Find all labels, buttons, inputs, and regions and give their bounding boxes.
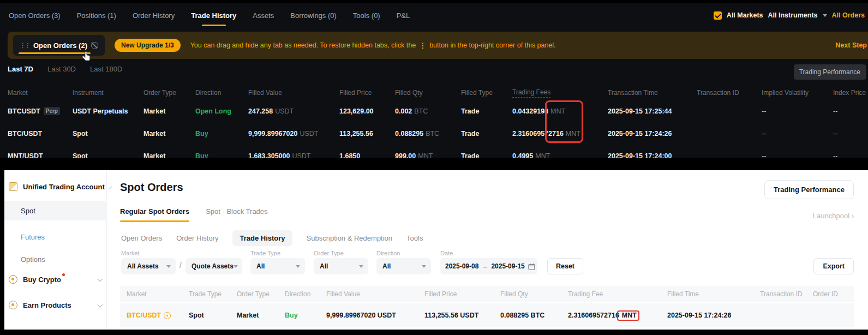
reset-button[interactable]: Reset xyxy=(547,258,583,274)
subtab-tools[interactable]: Tools xyxy=(406,234,423,242)
column-header-index-price: Index Price xyxy=(833,89,868,97)
sidebar-item-unified-trading-account[interactable]: Unified Trading Account xyxy=(9,180,102,193)
market-symbol: BTC/USDT xyxy=(8,130,42,137)
column-header-transaction-id: Transaction ID xyxy=(760,290,813,298)
column-header-filled-qty: Filled Qty xyxy=(395,89,461,97)
banner-message-before: You can drag and hide any tab as needed.… xyxy=(190,41,416,49)
upgrade-tour-banner: ⋮⋮ Open Orders (2) New Upgrade 1/3 You c… xyxy=(8,32,868,59)
spot-table-header: MarketTrade TypeOrder TypeDirectionFille… xyxy=(120,286,854,302)
date-arrow-icon: → xyxy=(482,263,488,270)
column-header-market: Market xyxy=(8,89,73,97)
trade-history-panel: Open Orders (3)Positions (1)Order Histor… xyxy=(0,3,868,158)
tab-borrowings-0[interactable]: Borrowings (0) xyxy=(290,3,337,27)
export-button[interactable]: Export xyxy=(813,258,854,274)
filled-price-cell: 123,629.00 xyxy=(339,107,395,115)
time-filter-last-180d[interactable]: Last 180D xyxy=(90,65,122,73)
table-row: BTC/USDTSpotMarketBuy9,999.89967020USDT1… xyxy=(0,122,868,145)
quote-asset-select[interactable]: Quote Assets xyxy=(185,258,242,274)
column-header-trading-fees: Trading Fees xyxy=(512,88,608,98)
open-orders-chip[interactable]: ⋮⋮ Open Orders (2) xyxy=(13,35,105,56)
order-type-value: All xyxy=(320,262,328,270)
base-asset-value: All Assets xyxy=(127,262,159,270)
chevron-down-icon xyxy=(422,265,426,268)
notification-dot xyxy=(62,273,65,276)
all-markets-label: All Markets xyxy=(727,11,763,19)
sidebar-item-options[interactable]: Options xyxy=(4,249,107,269)
direction-cell: Buy xyxy=(285,312,326,319)
tab-trade-history[interactable]: Trade History xyxy=(191,3,236,27)
trading-performance-button-top[interactable]: Trading Performance xyxy=(794,64,866,80)
order-type-cell: Market xyxy=(237,312,285,319)
chevron-down-icon xyxy=(234,265,238,268)
column-header-direction: Direction xyxy=(195,89,248,97)
trade-table-header: MarketInstrumentOrder TypeDirectionFille… xyxy=(0,86,868,99)
sidebar: Unified Trading Account SpotFuturesOptio… xyxy=(4,170,107,330)
market-cell: BTC/USDT xyxy=(8,130,73,137)
tab-spot-block-trades[interactable]: Spot - Block Trades xyxy=(206,207,267,222)
column-header-transaction-id: Transaction ID xyxy=(697,89,762,97)
trading-fees-cell: 2.316069572716MNT xyxy=(512,130,608,137)
subtab-order-history[interactable]: Order History xyxy=(176,234,218,242)
sidebar-item-futures[interactable]: Futures xyxy=(4,227,107,247)
base-asset-select[interactable]: All Assets xyxy=(121,258,176,274)
implied-volatility-cell: -- xyxy=(762,152,833,158)
tab-positions-1[interactable]: Positions (1) xyxy=(77,3,116,27)
sidebar-item-label: Earn Products xyxy=(23,301,71,309)
tab-regular-spot-orders[interactable]: Regular Spot Orders xyxy=(120,207,189,222)
instrument-cell: Spot xyxy=(73,130,143,137)
trade-type-value: All xyxy=(256,262,265,270)
column-header-filled-type: Filled Type xyxy=(461,89,512,97)
transaction-time-cell: 2025-09-15 17:25:44 xyxy=(608,107,697,115)
token-info-icon xyxy=(164,312,171,319)
sidebar-item-buy-crypto[interactable]: Buy Crypto xyxy=(9,273,102,286)
tab-order-history[interactable]: Order History xyxy=(133,3,175,27)
screenshot-stage: Open Orders (3)Positions (1)Order Histor… xyxy=(0,0,868,335)
column-header-filled-price: Filled Price xyxy=(424,290,500,298)
next-step-button[interactable]: Next Step xyxy=(835,41,867,49)
top-right-filters: All Markets All Instruments All Orders xyxy=(714,3,865,27)
filled-value-cell: 247.258USDT xyxy=(248,107,339,115)
tab-assets[interactable]: Assets xyxy=(253,3,274,27)
index-price-cell: -- xyxy=(833,130,868,137)
trade-table-body: BTCUSDTPerpUSDT PerpetualsMarketOpen Lon… xyxy=(0,100,868,158)
filter-slash-divider: / xyxy=(179,261,182,270)
time-filter-last-7d[interactable]: Last 7D xyxy=(8,65,33,73)
sidebar-root-label: Unified Trading Account xyxy=(23,183,105,191)
all-instruments-dropdown[interactable]: All Instruments xyxy=(768,11,818,19)
transaction-time-cell: 2025-09-15 17:24:26 xyxy=(608,130,697,137)
order-type-cell: Market xyxy=(143,107,195,115)
tab-tools-0[interactable]: Tools (0) xyxy=(353,3,380,27)
drag-handle-icon[interactable]: ⋮⋮ xyxy=(20,42,29,49)
earn-products-icon xyxy=(9,301,17,309)
transaction-time-cell: 2025-09-15 17:24:00 xyxy=(608,152,697,158)
filled-price-cell: 1.6850 xyxy=(339,152,395,158)
sidebar-item-spot[interactable]: Spot xyxy=(4,201,107,220)
subtab-trade-history[interactable]: Trade History xyxy=(232,230,292,246)
chevron-down-icon xyxy=(166,265,171,268)
filled-time-cell: 2025-09-15 17:24:26 xyxy=(667,312,760,319)
trading-performance-button-bottom[interactable]: Trading Performance xyxy=(764,180,854,199)
column-header-filled-price: Filled Price xyxy=(339,89,395,97)
tab-p-l[interactable]: P&L xyxy=(397,3,410,27)
sidebar-item-label: Buy Crypto xyxy=(23,276,61,284)
direction-select[interactable]: All xyxy=(376,258,431,274)
all-markets-checkbox[interactable] xyxy=(714,11,722,20)
hide-tab-icon[interactable] xyxy=(91,42,98,49)
chevron-down-icon xyxy=(296,265,300,268)
tab-open-orders-3[interactable]: Open Orders (3) xyxy=(9,3,61,27)
column-header-trade-type: Trade Type xyxy=(189,290,237,298)
subtab-open-orders[interactable]: Open Orders xyxy=(121,234,162,242)
all-orders-link[interactable]: All Orders xyxy=(832,11,865,19)
subtab-subscription-redemption[interactable]: Subscription & Redemption xyxy=(307,234,393,242)
direction-cell: Open Long xyxy=(195,107,248,115)
launchpool-link[interactable]: Launchpool › xyxy=(813,212,854,220)
order-type-select[interactable]: All xyxy=(314,258,368,274)
column-header-filled-time: Filled Time xyxy=(667,290,760,298)
chevron-up-icon xyxy=(109,186,112,189)
market-cell: BTC/USDT xyxy=(127,312,189,319)
date-range-picker[interactable]: 2025-09-08 → 2025-09-15 xyxy=(440,258,537,274)
sidebar-item-earn-products[interactable]: Earn Products xyxy=(9,298,102,312)
banner-message: You can drag and hide any tab as needed.… xyxy=(190,41,556,50)
time-filter-last-30d[interactable]: Last 30D xyxy=(47,65,76,73)
trade-type-select[interactable]: All xyxy=(250,258,305,274)
